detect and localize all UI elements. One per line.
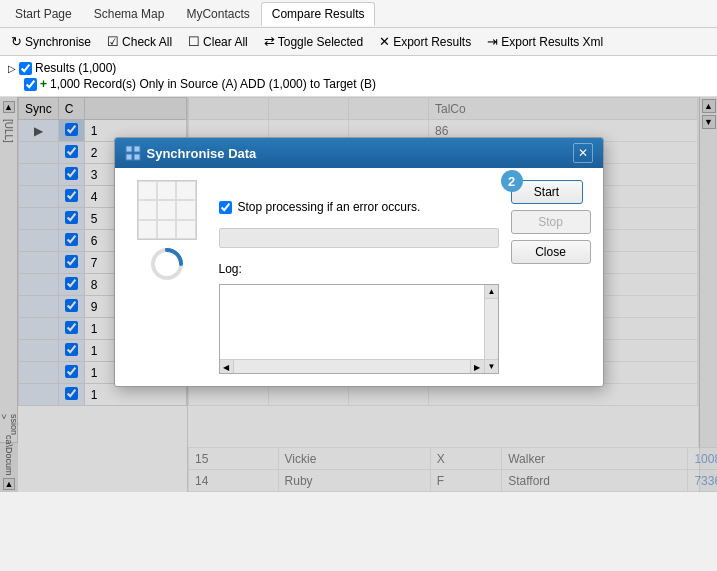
- spinner-icon: [149, 246, 185, 282]
- check-all-button[interactable]: ☑ Check All: [100, 31, 179, 52]
- svg-rect-1: [134, 146, 140, 152]
- synchronise-dialog: Synchronise Data ✕: [114, 137, 604, 387]
- tab-mycontacts[interactable]: MyContacts: [175, 2, 260, 26]
- sync-icon: ↻: [11, 34, 22, 49]
- log-h-scrollbar[interactable]: ◀ ▶: [220, 359, 484, 373]
- grid-cell: [138, 220, 157, 239]
- toggle-selected-button[interactable]: ⇄ Toggle Selected: [257, 31, 370, 52]
- export-results-button[interactable]: ✕ Export Results: [372, 31, 478, 52]
- scroll-up-arrow[interactable]: ▲: [485, 285, 499, 299]
- synchronise-button[interactable]: ↻ Synchronise: [4, 31, 98, 52]
- close-button[interactable]: Close: [511, 240, 591, 264]
- export-xml-icon: ⇥: [487, 34, 498, 49]
- scroll-track: [485, 299, 498, 359]
- stop-processing-label: Stop processing if an error occurs.: [238, 200, 421, 214]
- dialog-close-button[interactable]: ✕: [573, 143, 593, 163]
- grid-cell: [176, 181, 195, 200]
- grid-cell: [138, 181, 157, 200]
- scroll-down-arrow[interactable]: ▼: [485, 359, 499, 373]
- start-button-wrapper: 2 Start: [511, 180, 591, 204]
- dialog-title-bar: Synchronise Data ✕: [115, 138, 603, 168]
- dialog-icon-area: [127, 180, 207, 374]
- export-results-xml-button[interactable]: ⇥ Export Results Xml: [480, 31, 610, 52]
- grid-cell: [176, 200, 195, 219]
- badge-2: 2: [501, 170, 523, 192]
- tab-bar: Start Page Schema Map MyContacts Compare…: [0, 0, 717, 28]
- tab-start-page[interactable]: Start Page: [4, 2, 83, 26]
- grid-cell: [157, 181, 176, 200]
- dialog-body: Stop processing if an error occurs. Log:…: [115, 168, 603, 386]
- stop-processing-checkbox[interactable]: [219, 201, 232, 214]
- log-scrollbar[interactable]: ▲ ▼: [484, 285, 498, 373]
- toggle-icon: ⇄: [264, 34, 275, 49]
- grid-cell: [157, 220, 176, 239]
- tree-record-row[interactable]: + 1,000 Record(s) Only in Source (A) ADD…: [8, 76, 709, 92]
- export-icon: ✕: [379, 34, 390, 49]
- stop-processing-row: Stop processing if an error occurs.: [219, 200, 499, 214]
- log-scroll-container[interactable]: ▲ ▼ ◀ ▶: [219, 284, 499, 374]
- tree-results-row[interactable]: ▷ Results (1,000): [8, 60, 709, 76]
- tree-record-checkbox[interactable]: [24, 78, 37, 91]
- tree-area: ▷ Results (1,000) + 1,000 Record(s) Only…: [0, 56, 717, 97]
- modal-overlay: Synchronise Data ✕: [0, 97, 717, 492]
- log-label: Log:: [219, 262, 499, 276]
- clear-icon: ☐: [188, 34, 200, 49]
- clear-all-button[interactable]: ☐ Clear All: [181, 31, 255, 52]
- dialog-title: Synchronise Data: [147, 146, 573, 161]
- grid-cell: [157, 200, 176, 219]
- progress-bar-container: [219, 228, 499, 248]
- tree-expand-icon: ▷: [8, 63, 16, 74]
- svg-rect-3: [134, 154, 140, 160]
- h-scroll-track: [234, 360, 470, 373]
- loading-spinner: [149, 246, 185, 282]
- svg-rect-2: [126, 154, 132, 160]
- scroll-right-arrow[interactable]: ▶: [470, 360, 484, 374]
- tree-results-checkbox[interactable]: [19, 62, 32, 75]
- dialog-buttons-panel: 2 Start Stop Close: [511, 180, 591, 374]
- check-icon: ☑: [107, 34, 119, 49]
- scroll-left-arrow[interactable]: ◀: [220, 360, 234, 374]
- grid-cell: [176, 220, 195, 239]
- tab-compare-results[interactable]: Compare Results: [261, 2, 376, 26]
- grid-cell: [138, 200, 157, 219]
- dialog-center-panel: Stop processing if an error occurs. Log:…: [219, 180, 499, 374]
- toolbar: ↻ Synchronise ☑ Check All ☐ Clear All ⇄ …: [0, 28, 717, 56]
- dialog-title-icon: [125, 145, 141, 161]
- tab-schema-map[interactable]: Schema Map: [83, 2, 176, 26]
- stop-button[interactable]: Stop: [511, 210, 591, 234]
- sync-grid: [137, 180, 197, 240]
- svg-rect-0: [126, 146, 132, 152]
